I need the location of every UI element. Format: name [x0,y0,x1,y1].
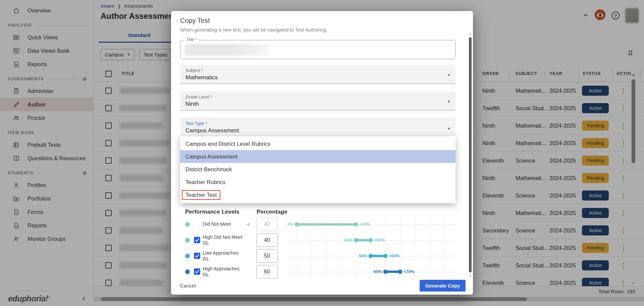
less-than-symbol: < [246,221,252,227]
level-label: Low Approaches GL [203,250,246,261]
slider-handle[interactable] [354,238,358,242]
copy-test-modal: Copy Test When generating a new test, yo… [171,11,473,295]
level-checkbox[interactable] [194,237,200,243]
scroll-up-icon[interactable]: ▲ [468,33,472,36]
range-slider[interactable]: 60%<70% [287,264,455,279]
percentage-input[interactable] [256,233,278,247]
caret-down-icon: ▼ [447,99,451,103]
modal-subtitle: When generating a new test, you will be … [180,27,455,33]
range-start-label: 40% [344,238,353,243]
performance-levels-section: Performance Levels Percentage Did Not Me… [185,208,455,279]
modal-scrollbar-thumb[interactable] [469,37,472,272]
dropdown-option-district-benchmark[interactable]: District Benchmark [180,163,455,176]
modal-footer: Cancel Generate Copy [180,280,466,292]
level-color-dot [185,269,190,274]
performance-row-high-did-not-meet-gl: High Did Not Meet GL40%<50% [185,232,455,248]
modal-title: Copy Test [180,17,455,25]
range-start-label: 60% [374,269,382,274]
range-end-label: <60% [389,254,399,258]
performance-levels-header: Performance Levels [185,209,257,215]
title-field-redacted-value [185,44,269,55]
level-label: Did Not Meet [203,221,246,227]
subject-select[interactable]: Subject * Mathematics ▼ [180,65,455,84]
dropdown-option-teacher-test[interactable]: Teacher Test [180,188,455,201]
performance-row-high-approaches-gl: High Approaches GL60%<70% [185,264,455,279]
slider-handle[interactable] [383,254,388,258]
percentage-input[interactable] [256,218,278,231]
dropdown-option-campus-and-district-level-rubrics[interactable]: Campus and District Level Rubrics [180,137,455,150]
dropdown-option-campus-assessment[interactable]: Campus Assessment [180,150,455,163]
range-slider[interactable]: 50%<60% [287,248,455,264]
scroll-down-icon[interactable]: ▼ [468,274,472,277]
slider-handle[interactable] [369,254,373,258]
range-end-label: <40% [359,222,370,227]
grade-level-select[interactable]: Grade Level * Ninth ▼ [180,91,455,111]
dropdown-option-teacher-rubrics[interactable]: Teacher Rubrics [180,176,455,188]
caret-up-icon: ▲ [447,126,451,130]
caret-down-icon: ▼ [447,73,451,77]
percentage-header: Percentage [257,209,287,215]
level-label: High Approaches GL [203,266,246,277]
slider-handle[interactable] [369,238,373,242]
level-checkbox[interactable] [194,253,200,259]
level-color-dot [185,222,190,227]
slider-handle[interactable] [295,222,299,226]
test-type-dropdown-menu: Campus and District Level RubricsCampus … [180,136,455,203]
test-type-select[interactable]: Test Type * Campus Assessment ▲ Campus a… [180,118,455,137]
level-checkbox-placeholder [194,221,200,227]
range-slider[interactable]: 40%<50% [287,232,455,248]
percentage-input[interactable] [256,265,278,278]
performance-row-did-not-meet: Did Not Meet<0%<40% [185,216,455,232]
slider-handle[interactable] [354,222,358,226]
range-start-label: 50% [359,254,367,258]
range-start-label: 0% [287,222,293,227]
slider-handle[interactable] [398,269,402,274]
slider-handle[interactable] [383,269,388,274]
level-label: High Did Not Meet GL [203,234,246,246]
range-slider[interactable]: 0%<40% [287,216,455,232]
range-end-label: <50% [374,238,385,243]
range-end-label: <70% [404,269,414,274]
title-field[interactable]: Title * [180,40,455,59]
title-field-label: Title * [184,37,199,42]
modal-scrollbar[interactable]: ▲ ▼ [468,33,472,277]
level-color-dot [185,238,190,243]
generate-copy-button[interactable]: Generate Copy [420,280,466,292]
performance-row-low-approaches-gl: Low Approaches GL50%<60% [185,248,455,264]
annotation-red-box: Teacher Test [182,190,220,200]
percentage-input[interactable] [256,249,278,263]
level-checkbox[interactable] [194,268,200,275]
cancel-button[interactable]: Cancel [180,283,196,289]
level-color-dot [185,254,190,258]
